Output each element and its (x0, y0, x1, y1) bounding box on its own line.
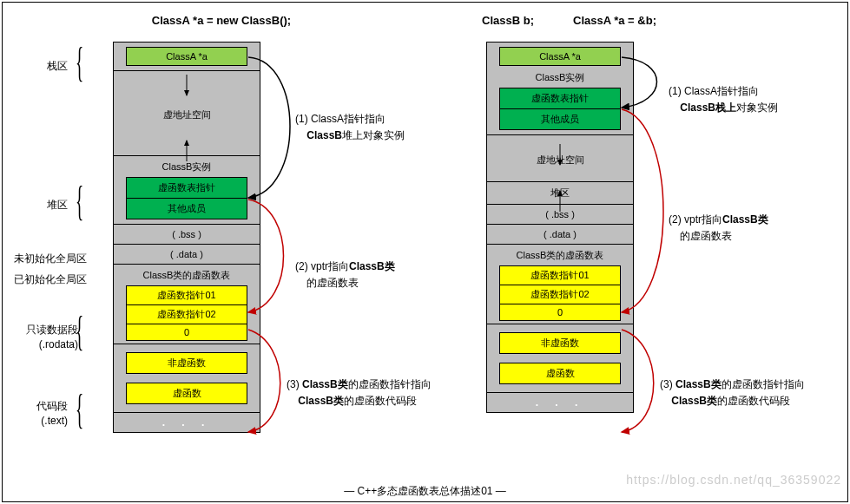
label-text1: 代码段 (16, 399, 68, 414)
annotation-r2: (2) vptr指向ClassB类 的虚函数表 (669, 212, 768, 245)
right-memory-column: ClassA *a ClassB实例 虚函数表指针 其他成员 虚地址空间 堆区 … (486, 42, 634, 413)
vf-zero: 0 (127, 324, 247, 340)
label-vtable: ClassB类的虚函数表 (114, 267, 260, 284)
brace-icon: { (76, 385, 83, 433)
vf-zero: 0 (500, 304, 620, 320)
title-left: ClassA *a = new ClassB(); (113, 14, 330, 27)
box-vtable: 虚函数指针01 虚函数指针02 0 (126, 285, 247, 341)
watermark: https://blog.csdn.net/qq_36359022 (626, 473, 841, 487)
label-data: ( .data ) (114, 247, 260, 261)
label-bss-init: 已初始化全局区 (0, 272, 87, 287)
vf-ptr-2: 虚函数指针02 (127, 304, 247, 324)
label-instance: ClassB实例 (487, 69, 633, 86)
annotation-r1: (1) ClassA指针指向 ClassB栈上对象实例 (669, 83, 778, 116)
brace-icon: { (76, 177, 83, 225)
annotation-l3: (3) ClassB类的虚函数指针指向 ClassB类的虚函数代码段 (287, 376, 432, 409)
box-vtable: 虚函数指针01 虚函数指针02 0 (499, 265, 621, 321)
box-classa-ptr: ClassA *a (126, 47, 247, 66)
label-rodata1: 只读数据段 (9, 323, 78, 337)
box-vf: 虚函数 (126, 383, 247, 404)
vf-ptr-1: 虚函数指针01 (500, 266, 620, 285)
vf-ptr-2: 虚函数指针02 (500, 285, 620, 304)
label-vspace: 虚地址空间 (487, 152, 633, 168)
box-vptr: 虚函数表指针 (126, 177, 247, 198)
label-rodata2: (.rodata) (9, 338, 78, 350)
label-heap: 堆区 (16, 198, 68, 213)
label-data: ( .data ) (487, 227, 633, 241)
label-vtable: ClassB类的虚函数表 (487, 247, 633, 264)
label-text2: (.text) (16, 415, 68, 427)
annotation-l2: (2) vptr指向ClassB类 的虚函数表 (295, 259, 395, 291)
dots: . . . (487, 393, 633, 412)
box-classa-ptr: ClassA *a (499, 47, 621, 66)
label-instance: ClassB实例 (114, 159, 260, 175)
brace-icon: { (76, 38, 83, 86)
brace-icon: { (76, 307, 83, 355)
left-memory-column: ClassA *a 虚地址空间 ClassB实例 虚函数表指针 其他成员 ( .… (113, 42, 260, 433)
box-members: 其他成员 (126, 198, 247, 219)
label-bss: ( .bss ) (114, 227, 260, 241)
label-vspace: 虚地址空间 (114, 107, 260, 123)
label-bss-uninit: 未初始化全局区 (0, 252, 87, 266)
box-nonvf: 非虚函数 (126, 352, 247, 374)
box-vf: 虚函数 (499, 363, 621, 384)
label-heap: 堆区 (487, 185, 633, 201)
box-members: 其他成员 (499, 108, 621, 130)
dots: . . . (114, 413, 260, 432)
title-right-b: ClassA *a = &b; (573, 14, 656, 27)
annotation-l1: (1) ClassA指针指向 ClassB堆上对象实例 (295, 111, 405, 144)
box-nonvf: 非虚函数 (499, 332, 621, 354)
annotation-r3: (3) ClassB类的虚函数指针指向 ClassB类的虚函数代码段 (660, 376, 805, 409)
title-right-a: ClassB b; (482, 14, 534, 27)
vf-ptr-1: 虚函数指针01 (127, 286, 247, 304)
label-stack: 栈区 (16, 59, 68, 74)
box-vptr: 虚函数表指针 (499, 88, 621, 108)
label-bss: ( .bss ) (487, 207, 633, 221)
